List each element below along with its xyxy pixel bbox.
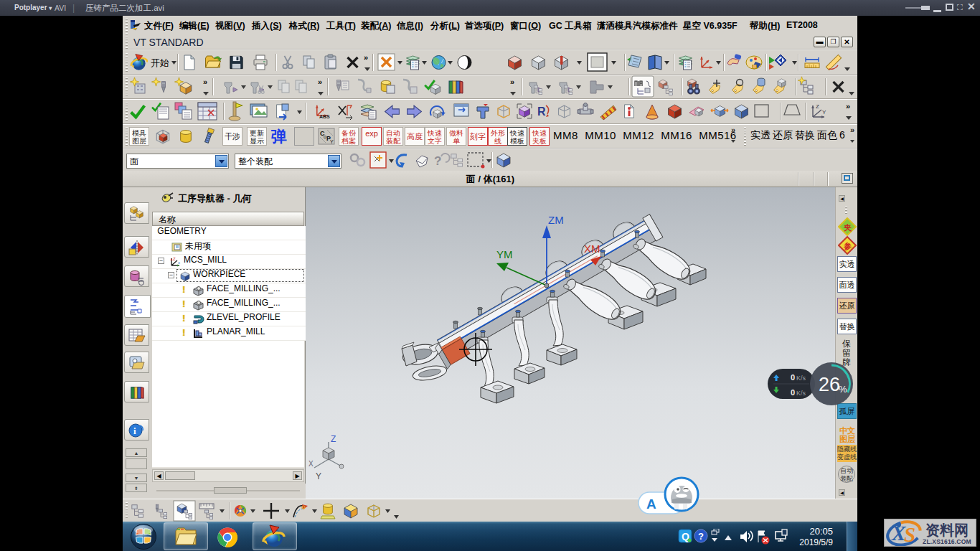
svg-text:»: » <box>203 77 207 86</box>
svg-text:资料网: 资料网 <box>925 522 969 538</box>
svg-text:S: S <box>904 523 915 546</box>
svg-text:XM: XM <box>584 242 600 255</box>
svg-text:%: % <box>839 384 847 395</box>
svg-text:ZL.XS1616.COM: ZL.XS1616.COM <box>923 538 971 545</box>
svg-text:0: 0 <box>791 388 795 397</box>
svg-text:ZM: ZM <box>548 214 564 226</box>
svg-text:?: ? <box>698 531 704 542</box>
svg-text:?: ? <box>434 154 441 168</box>
svg-text:开始: 开始 <box>151 57 169 68</box>
svg-text:夹: 夹 <box>844 223 852 232</box>
svg-text:参: 参 <box>843 242 852 250</box>
svg-text:0: 0 <box>791 373 795 382</box>
svg-text:26: 26 <box>819 374 840 395</box>
svg-text:YM: YM <box>496 248 513 260</box>
svg-text:ABS: ABS <box>319 114 330 119</box>
svg-text:K/s: K/s <box>796 375 806 382</box>
svg-text:R: R <box>537 105 546 118</box>
svg-text:»: » <box>364 53 368 62</box>
svg-text:X: X <box>308 460 314 468</box>
svg-text:Z: Z <box>173 257 176 261</box>
svg-text:Y: Y <box>822 109 826 116</box>
svg-text:x: x <box>178 260 180 265</box>
svg-text:K/s: K/s <box>796 390 806 397</box>
svg-text:»: » <box>318 77 322 86</box>
svg-text:Y: Y <box>316 471 321 481</box>
svg-text:A: A <box>646 496 656 512</box>
svg-text:Z: Z <box>816 103 819 110</box>
svg-text:i: i <box>133 425 136 436</box>
svg-text:Z: Z <box>331 434 336 444</box>
svg-text:»: » <box>510 77 514 86</box>
svg-text:»: » <box>846 102 850 110</box>
svg-text:Y: Y <box>330 139 334 144</box>
